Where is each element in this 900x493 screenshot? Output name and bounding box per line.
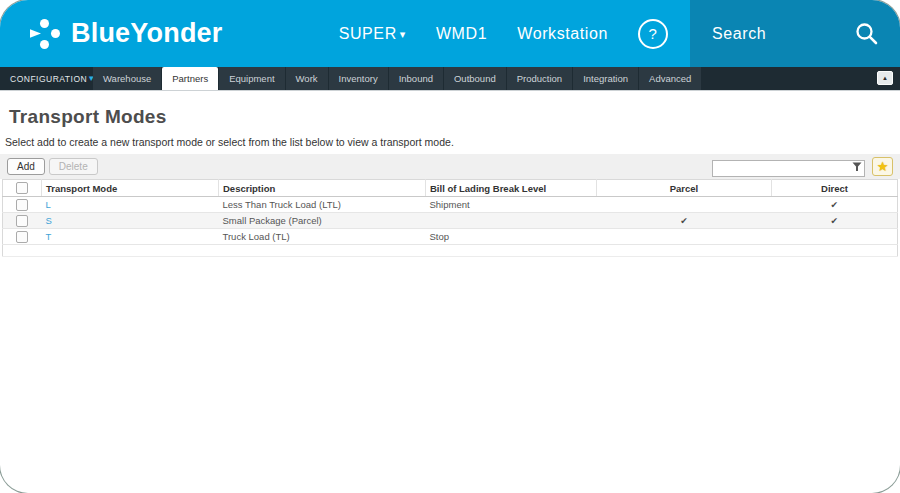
col-direct: Direct [772,180,898,197]
direct-cell [772,229,898,245]
search-label: Search [712,25,766,43]
bol-break-level-cell: Stop [426,229,597,245]
module-select-label: CONFIGURATION [10,74,87,84]
collapse-nav-button[interactable]: ▲ [877,71,893,85]
favorite-button[interactable]: ★ [872,157,893,176]
config-nav: CONFIGURATION ▼ WarehousePartnersEquipme… [0,67,900,91]
module-select[interactable]: CONFIGURATION ▼ [0,67,93,90]
table-row: LLess Than Truck Load (LTL)Shipment✔ [3,197,898,213]
col-parcel: Parcel [597,180,772,197]
parcel-cell [597,229,772,245]
environment-menu[interactable]: WMD1 [436,25,487,43]
col-bol-break-level: Bill of Lading Break Level [426,180,597,197]
row-checkbox-cell [3,213,42,229]
bol-break-level-cell [426,213,597,229]
search-icon[interactable] [855,22,878,45]
table-footer-row [3,245,898,257]
description-cell: Less Than Truck Load (LTL) [219,197,426,213]
row-checkbox-cell [3,197,42,213]
select-all-checkbox[interactable] [16,182,28,194]
select-all-header [3,180,42,197]
transport-mode-link[interactable]: S [46,215,52,226]
checkmark-icon: ✔ [830,200,838,210]
table-row: TTruck Load (TL)Stop [3,229,898,245]
transport-modes-table: Transport Mode Description Bill of Ladin… [2,179,898,257]
nav-tabs: WarehousePartnersEquipmentWorkInventoryI… [93,67,702,90]
delete-button[interactable]: Delete [49,158,98,175]
page-title: Transport Modes [9,106,900,128]
brand[interactable]: BlueYonder [30,18,223,49]
arrow-up-icon: ▲ [882,75,888,81]
add-button[interactable]: Add [7,158,45,175]
bol-break-level-cell: Shipment [426,197,597,213]
row-checkbox[interactable] [16,215,28,227]
tab-advanced[interactable]: Advanced [639,67,701,90]
tab-inventory[interactable]: Inventory [329,67,388,90]
star-icon: ★ [877,160,889,173]
grid-toolbar: Add Delete ★ [0,154,900,179]
transport-mode-cell: L [42,197,219,213]
filter-input[interactable] [712,160,865,177]
tab-integration[interactable]: Integration [573,67,638,90]
description-cell: Truck Load (TL) [219,229,426,245]
checkmark-icon: ✔ [830,216,838,226]
row-checkbox-cell [3,229,42,245]
table-body: LLess Than Truck Load (LTL)Shipment✔SSma… [3,197,898,245]
tab-outbound[interactable]: Outbound [444,67,506,90]
col-transport-mode: Transport Mode [42,180,219,197]
brand-name: BlueYonder [71,18,223,49]
filter-funnel-icon[interactable] [852,162,862,172]
row-checkbox[interactable] [16,231,28,243]
parcel-cell [597,197,772,213]
transport-mode-cell: S [42,213,219,229]
transport-mode-cell: T [42,229,219,245]
tab-partners[interactable]: Partners [162,67,218,90]
tab-inbound[interactable]: Inbound [389,67,443,90]
table-header-row: Transport Mode Description Bill of Ladin… [3,180,898,197]
row-checkbox[interactable] [16,199,28,211]
header-main: BlueYonder SUPER▾ WMD1 Workstation ? [0,0,690,67]
transport-mode-link[interactable]: T [46,231,52,242]
search-area[interactable]: Search [690,0,900,67]
main-content: Transport Modes Select add to create a n… [0,106,900,257]
parcel-cell: ✔ [597,213,772,229]
chevron-down-icon: ▾ [400,28,406,40]
filter-field [712,158,865,175]
tab-work[interactable]: Work [286,67,328,90]
description-cell: Small Package (Parcel) [219,213,426,229]
workstation-menu[interactable]: Workstation [517,25,608,43]
tab-equipment[interactable]: Equipment [219,67,284,90]
table-row: SSmall Package (Parcel)✔✔ [3,213,898,229]
user-menu[interactable]: SUPER▾ [339,25,406,43]
page-subtitle: Select add to create a new transport mod… [5,136,900,148]
direct-cell: ✔ [772,197,898,213]
tab-production[interactable]: Production [507,67,572,90]
app-window: BlueYonder SUPER▾ WMD1 Workstation ? Sea… [0,0,900,493]
blueyonder-logo-icon [30,19,60,49]
transport-mode-link[interactable]: L [46,199,51,210]
app-header: BlueYonder SUPER▾ WMD1 Workstation ? Sea… [0,0,900,67]
checkmark-icon: ✔ [680,216,688,226]
col-description: Description [219,180,426,197]
tab-warehouse[interactable]: Warehouse [93,67,161,90]
header-menu: SUPER▾ WMD1 Workstation ? [339,19,668,49]
direct-cell: ✔ [772,213,898,229]
help-icon[interactable]: ? [638,19,668,49]
